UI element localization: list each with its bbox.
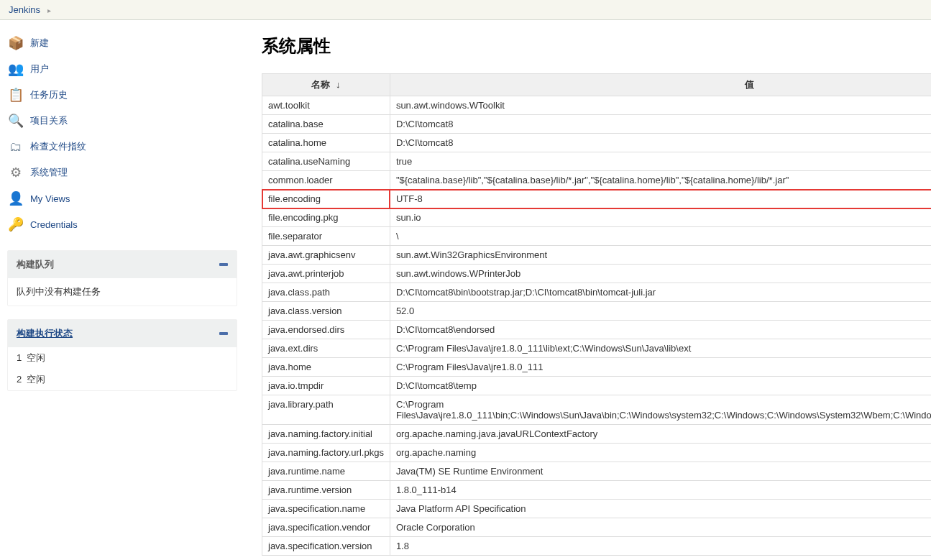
- sidebar-item-label[interactable]: 新建: [30, 37, 49, 50]
- sidebar-item-label[interactable]: 项目关系: [30, 114, 68, 127]
- property-value: sun.awt.windows.WPrinterJob: [390, 265, 931, 283]
- sidebar-item-fingerprint[interactable]: 🗂检查文件指纹: [7, 134, 237, 160]
- executor-status: 空闲: [27, 352, 45, 363]
- executor-number: 1: [17, 352, 22, 363]
- new-icon: 📦: [7, 35, 24, 52]
- sidebar: 📦新建👥用户📋任务历史🔍项目关系🗂检查文件指纹⚙系统管理👤My Views🔑Cr…: [0, 20, 244, 560]
- property-value: 1.8.0_111-b14: [390, 481, 931, 500]
- property-value: 1.8: [390, 537, 931, 556]
- property-name: java.specification.name: [262, 500, 390, 518]
- collapse-icon[interactable]: [219, 332, 228, 335]
- property-value: D:\CI\tomcat8: [390, 115, 931, 134]
- property-name: catalina.useNaming: [262, 152, 390, 171]
- main-panel: 系统属性 名称 ↓ 值 awt.toolkitsun.awt.windows.W…: [244, 20, 931, 560]
- sidebar-item-users[interactable]: 👥用户: [7, 56, 237, 82]
- property-name: file.encoding.pkg: [262, 208, 390, 227]
- table-row: java.library.pathC:\Program Files\Java\j…: [262, 395, 932, 425]
- sidebar-item-label[interactable]: 任务历史: [30, 88, 68, 101]
- table-row: awt.toolkitsun.awt.windows.WToolkit: [262, 96, 932, 115]
- property-name: catalina.home: [262, 134, 390, 152]
- sidebar-item-label[interactable]: My Views: [30, 193, 70, 204]
- property-value: "${catalina.base}/lib","${catalina.base}…: [390, 171, 931, 190]
- table-row: common.loader"${catalina.base}/lib","${c…: [262, 171, 932, 190]
- table-row: java.specification.version1.8: [262, 537, 932, 556]
- manage-icon: ⚙: [7, 164, 24, 181]
- property-value: sun.awt.Win32GraphicsEnvironment: [390, 246, 931, 265]
- property-name: java.specification.vendor: [262, 518, 390, 537]
- table-row: java.awt.printerjobsun.awt.windows.WPrin…: [262, 265, 932, 283]
- table-row: java.specification.vendorOracle Corporat…: [262, 518, 932, 537]
- sidebar-item-manage[interactable]: ⚙系统管理: [7, 160, 237, 185]
- fingerprint-icon: 🗂: [7, 138, 24, 155]
- table-row: catalina.baseD:\CI\tomcat8: [262, 115, 932, 134]
- table-row: catalina.homeD:\CI\tomcat8: [262, 134, 932, 152]
- property-value: UTF-8: [390, 190, 931, 208]
- property-name: java.runtime.version: [262, 481, 390, 500]
- build-queue-pane: 构建队列 队列中没有构建任务: [7, 250, 237, 306]
- credentials-icon: 🔑: [7, 216, 24, 233]
- table-row: java.class.pathD:\CI\tomcat8\bin\bootstr…: [262, 283, 932, 302]
- property-name: java.specification.version: [262, 537, 390, 556]
- executor-status: 空闲: [27, 374, 45, 385]
- executors-title-link[interactable]: 构建执行状态: [17, 327, 73, 340]
- table-row: java.endorsed.dirsD:\CI\tomcat8\endorsed: [262, 321, 932, 339]
- property-value: D:\CI\tomcat8\bin\bootstrap.jar;D:\CI\to…: [390, 283, 931, 302]
- build-queue-header: 构建队列: [8, 251, 237, 278]
- sidebar-item-label[interactable]: Credentials: [30, 219, 78, 230]
- property-name: file.separator: [262, 227, 390, 246]
- property-name: awt.toolkit: [262, 96, 390, 115]
- property-name: common.loader: [262, 171, 390, 190]
- property-name: java.ext.dirs: [262, 339, 390, 358]
- sidebar-item-relationship[interactable]: 🔍项目关系: [7, 108, 237, 134]
- system-properties-table: 名称 ↓ 值 awt.toolkitsun.awt.windows.WToolk…: [262, 73, 931, 556]
- table-row: file.encodingUTF-8: [262, 190, 932, 208]
- property-name: java.endorsed.dirs: [262, 321, 390, 339]
- table-row: java.runtime.nameJava(TM) SE Runtime Env…: [262, 462, 932, 481]
- collapse-icon[interactable]: [219, 263, 228, 266]
- table-row: java.awt.graphicsenvsun.awt.Win32Graphic…: [262, 246, 932, 265]
- property-value: C:\Program Files\Java\jre1.8.0_111\lib\e…: [390, 339, 931, 358]
- breadcrumb: Jenkins ▸: [0, 0, 931, 20]
- sidebar-item-new[interactable]: 📦新建: [7, 30, 237, 56]
- table-row: catalina.useNamingtrue: [262, 152, 932, 171]
- property-name: java.home: [262, 358, 390, 377]
- table-row: java.homeC:\Program Files\Java\jre1.8.0_…: [262, 358, 932, 377]
- property-name: java.awt.graphicsenv: [262, 246, 390, 265]
- executors-header: 构建执行状态: [8, 320, 237, 347]
- property-name: java.awt.printerjob: [262, 265, 390, 283]
- relationship-icon: 🔍: [7, 112, 24, 129]
- property-value: org.apache.naming: [390, 444, 931, 462]
- column-header-value[interactable]: 值: [390, 74, 931, 96]
- property-name: file.encoding: [262, 190, 390, 208]
- property-value: sun.awt.windows.WToolkit: [390, 96, 931, 115]
- property-value: D:\CI\tomcat8: [390, 134, 931, 152]
- property-name: java.io.tmpdir: [262, 377, 390, 395]
- breadcrumb-arrow-icon: ▸: [47, 6, 51, 14]
- sidebar-item-my-views[interactable]: 👤My Views: [7, 185, 237, 211]
- sidebar-item-label[interactable]: 用户: [30, 63, 49, 75]
- table-row: java.specification.nameJava Platform API…: [262, 500, 932, 518]
- property-value: true: [390, 152, 931, 171]
- build-queue-title: 构建队列: [17, 258, 54, 271]
- sidebar-item-label[interactable]: 系统管理: [30, 166, 68, 179]
- table-row: file.encoding.pkgsun.io: [262, 208, 932, 227]
- breadcrumb-root[interactable]: Jenkins: [9, 4, 40, 15]
- sidebar-item-history[interactable]: 📋任务历史: [7, 82, 237, 108]
- page-title: 系统属性: [262, 35, 931, 58]
- sidebar-task-list: 📦新建👥用户📋任务历史🔍项目关系🗂检查文件指纹⚙系统管理👤My Views🔑Cr…: [7, 30, 237, 237]
- build-queue-empty: 队列中没有构建任务: [8, 278, 237, 306]
- property-name: java.naming.factory.url.pkgs: [262, 444, 390, 462]
- property-value: sun.io: [390, 208, 931, 227]
- sidebar-item-credentials[interactable]: 🔑Credentials: [7, 211, 237, 237]
- column-header-name[interactable]: 名称 ↓: [262, 74, 390, 96]
- table-row: java.class.version52.0: [262, 302, 932, 321]
- table-row: java.runtime.version1.8.0_111-b14: [262, 481, 932, 500]
- property-value: org.apache.naming.java.javaURLContextFac…: [390, 425, 931, 444]
- property-value: \: [390, 227, 931, 246]
- sidebar-item-label[interactable]: 检查文件指纹: [30, 140, 86, 153]
- table-row: java.naming.factory.url.pkgsorg.apache.n…: [262, 444, 932, 462]
- property-name: java.class.version: [262, 302, 390, 321]
- my-views-icon: 👤: [7, 190, 24, 207]
- property-value: D:\CI\tomcat8\temp: [390, 377, 931, 395]
- executors-body: 1 空闲2 空闲: [8, 347, 237, 390]
